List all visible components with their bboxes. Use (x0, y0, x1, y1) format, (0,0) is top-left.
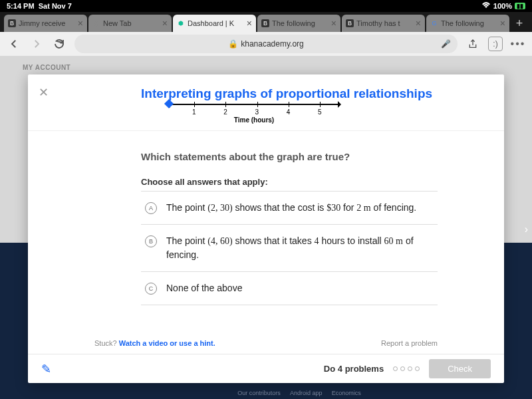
lock-icon: 🔒 (228, 39, 238, 49)
carousel-next[interactable]: › (525, 223, 528, 235)
close-icon[interactable]: × (416, 18, 421, 29)
new-tab-button[interactable]: + (511, 15, 528, 32)
answer-text: None of the above (166, 281, 242, 295)
status-bar: 5:14 PM Sat Nov 7 100% ▮▮ (0, 0, 532, 12)
khan-icon: ⬢ (177, 19, 185, 27)
tab-0[interactable]: BJimmy receive× (4, 15, 87, 32)
forward-button[interactable] (29, 37, 44, 51)
footer-link[interactable]: Android app (290, 390, 323, 396)
battery-percent: 100% (493, 2, 512, 10)
answer-choice[interactable]: BThe point (4, 60) shows that it takes 4… (141, 225, 438, 272)
modal-header: Interpreting graphs of proportional rela… (28, 74, 504, 101)
mic-icon[interactable]: 🎤 (441, 39, 451, 49)
footer-link[interactable]: Economics (332, 390, 361, 396)
answer-letter: C (145, 283, 157, 295)
tab-3[interactable]: BThe following× (257, 15, 340, 32)
google-icon: G (430, 19, 438, 27)
tab-5[interactable]: GThe following× (426, 15, 509, 32)
close-icon[interactable]: × (162, 18, 168, 29)
answer-list: AThe point (2, 30) shows that the cost i… (141, 191, 438, 305)
answer-letter: A (145, 202, 157, 214)
help-row: Stuck? Watch a video or use a hint. Repo… (28, 332, 504, 354)
answer-choice[interactable]: CNone of the above (141, 272, 438, 305)
axis-label: Time (hours) (168, 116, 340, 124)
tab-4[interactable]: BTimothy has t× (342, 15, 425, 32)
problem-count: Do 4 problems (324, 364, 384, 374)
modal-footer: ✎ Do 4 problems Check (28, 354, 504, 383)
more-button[interactable]: ••• (511, 37, 525, 51)
exercise-modal: ✕ Interpreting graphs of proportional re… (28, 74, 504, 383)
favicon-icon: B (261, 19, 269, 27)
battery-icon: ▮▮ (515, 3, 525, 9)
answer-text: The point (2, 30) shows that the cost is… (166, 201, 416, 215)
wifi-icon (481, 2, 491, 10)
close-icon[interactable]: × (78, 18, 83, 29)
status-date: Sat Nov 7 (39, 2, 72, 10)
sidebar-heading: MY ACCOUNT (23, 64, 70, 71)
close-icon[interactable]: × (500, 18, 505, 29)
reader-button[interactable]: :) (488, 37, 503, 51)
number-line: 12345 Time (hours) (168, 104, 340, 124)
answer-letter: B (145, 235, 157, 247)
answer-text: The point (4, 60) shows that it takes 4 … (166, 234, 434, 262)
instruction-text: Choose all answers that apply: (141, 177, 438, 187)
page-footer: Our contributors Android app Economics (0, 390, 532, 396)
close-icon[interactable]: × (331, 18, 336, 29)
tab-strip: BJimmy receive× ◉New Tab× ⬢Dashboard | K… (0, 12, 532, 32)
check-button[interactable]: Check (429, 359, 491, 378)
answer-choice[interactable]: AThe point (2, 30) shows that the cost i… (141, 192, 438, 225)
modal-body: Which statements about the graph are tru… (28, 131, 504, 332)
report-link[interactable]: Report a problem (381, 339, 438, 347)
hint-link[interactable]: Watch a video or use a hint. (119, 339, 215, 347)
progress-dots (393, 366, 420, 371)
url-text: khanacademy.org (241, 39, 304, 49)
close-icon[interactable]: × (247, 18, 252, 29)
share-button[interactable] (466, 37, 480, 51)
url-field[interactable]: 🔒 khanacademy.org 🎤 (74, 35, 458, 53)
close-modal-button[interactable]: ✕ (39, 85, 49, 100)
globe-icon: ◉ (92, 19, 100, 27)
tab-2[interactable]: ⬢Dashboard | K× (173, 15, 256, 32)
question-text: Which statements about the graph are tru… (141, 151, 438, 162)
exercise-title: Interpreting graphs of proportional rela… (141, 86, 504, 101)
reload-button[interactable] (52, 37, 66, 51)
favicon-icon: B (346, 19, 354, 27)
scratchpad-icon[interactable]: ✎ (41, 362, 51, 376)
status-time: 5:14 PM (7, 2, 35, 10)
address-bar: 🔒 khanacademy.org 🎤 :) ••• (0, 32, 532, 56)
footer-link[interactable]: Our contributors (237, 390, 281, 396)
back-button[interactable] (7, 37, 21, 51)
tab-1[interactable]: ◉New Tab× (88, 15, 172, 32)
favicon-icon: B (8, 19, 16, 27)
